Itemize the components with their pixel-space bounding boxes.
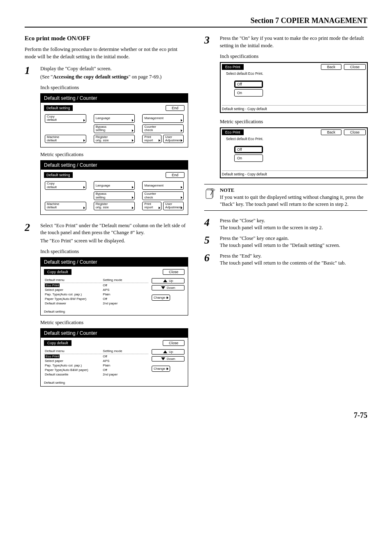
tab-default-setting[interactable]: Default setting <box>44 172 73 178</box>
down-button[interactable]: Down <box>152 356 184 362</box>
close-button[interactable]: Close <box>344 64 366 70</box>
list-item[interactable]: Eco PrintOff <box>44 354 148 359</box>
list-item[interactable]: Paper Type(Auto B&W paper)Off <box>44 368 148 372</box>
bypass-setting-button[interactable]: Bypasssetting <box>94 124 135 133</box>
list-item[interactable]: Default cassette2nd paper <box>44 372 148 377</box>
close-button[interactable]: Close <box>163 269 184 275</box>
tab-eco-print[interactable]: Eco Print <box>222 129 244 135</box>
step4-text2: The touch panel will return to the scree… <box>220 224 367 232</box>
user-adjustment-button[interactable]: UserAdjustment <box>163 202 184 210</box>
counter-check-button[interactable]: Countercheck <box>142 191 184 200</box>
off-option[interactable]: Off <box>234 146 263 153</box>
section-header: Section 7 COPIER MANAGEMENT <box>25 16 367 28</box>
management-button[interactable]: Management <box>142 181 184 190</box>
step-4: 4 Press the "Close" key. The touch panel… <box>204 217 367 232</box>
change-button[interactable]: Change # <box>152 366 170 372</box>
list-item-menu: Pap. Type(Auto col. pap.) <box>45 364 82 367</box>
print-report-button[interactable]: Printreport <box>142 135 161 143</box>
inch-label: Inch specifications <box>220 53 367 60</box>
tab-copy-default[interactable]: Copy default <box>44 269 71 275</box>
list-item-menu: Pap. Type(Auto col. pap.) <box>45 292 82 296</box>
back-button[interactable]: Back <box>321 129 341 135</box>
step-number: 6 <box>204 253 214 267</box>
intro-paragraph: Perform the following procedure to deter… <box>25 46 188 60</box>
metric-label: Metric specifications <box>40 320 188 326</box>
step1-text: Display the "Copy default" screen. <box>40 65 188 73</box>
list-item-mode: Off <box>103 297 148 301</box>
list-item-menu: Paper Type(Auto BW Paper) <box>45 297 86 301</box>
list-item-menu: Default cassette <box>45 373 68 376</box>
register-orig-size-button[interactable]: Registerorig. size <box>94 135 135 143</box>
bypass-setting-button[interactable]: Bypasssetting <box>94 191 135 200</box>
list-item-mode: Off <box>103 283 148 287</box>
step1-ref: (See "Accessing the copy default setting… <box>40 74 188 81</box>
panel-footer: Default setting - Copy default <box>222 170 366 176</box>
step6-text1: Press the "End" key. <box>220 253 367 260</box>
triangle-down-icon <box>161 357 165 360</box>
end-button[interactable]: End <box>166 172 184 178</box>
panel-title: Default setting / Counter <box>41 161 188 170</box>
step2-text1: Select "Eco Print" under the "Default me… <box>40 222 188 237</box>
language-button[interactable]: Language <box>94 181 135 190</box>
step5-text1: Press the "Close" key once again. <box>220 235 367 242</box>
step-5: 5 Press the "Close" key once again. The … <box>204 235 367 249</box>
panel-title: Default setting / Counter <box>41 258 188 267</box>
close-button[interactable]: Close <box>344 129 366 135</box>
triangle-up-icon <box>163 279 167 282</box>
step-number: 5 <box>204 235 214 249</box>
step-number: 1 <box>25 65 35 81</box>
note-box: NOTE If you want to quit the displayed s… <box>204 184 367 211</box>
user-adjustment-button[interactable]: UserAdjustment <box>163 135 184 143</box>
copy-default-panel-inch: Default setting / Counter Copy default C… <box>40 257 188 315</box>
machine-default-button[interactable]: Machinedefault <box>45 202 86 210</box>
on-option[interactable]: On <box>234 154 263 162</box>
inch-label: Inch specifications <box>40 249 188 255</box>
page-number: 7-75 <box>25 411 367 420</box>
counter-check-button[interactable]: Countercheck <box>142 124 184 133</box>
tab-default-setting[interactable]: Default setting <box>44 105 73 111</box>
svg-rect-1 <box>206 190 212 198</box>
copy-default-button[interactable]: Copydefault <box>45 181 86 190</box>
list-item[interactable]: Select paperAPS <box>44 288 148 292</box>
panel-footer: Default setting - Copy default <box>222 105 366 111</box>
step2-text2: The "Eco Print" screen will be displayed… <box>40 237 188 245</box>
management-button[interactable]: Management <box>142 114 184 123</box>
end-button[interactable]: End <box>166 105 184 111</box>
machine-default-button[interactable]: Machinedefault <box>45 135 86 143</box>
tab-copy-default[interactable]: Copy default <box>44 340 71 346</box>
step4-text1: Press the "Close" key. <box>220 217 367 225</box>
metric-label: Metric specifications <box>40 152 188 158</box>
up-button[interactable]: Up <box>152 278 184 283</box>
list-item[interactable]: Eco PrintOff <box>44 283 148 288</box>
back-button[interactable]: Back <box>321 64 341 70</box>
list-item[interactable]: Pap. Type(Auto col. pap.)Plain <box>44 363 148 368</box>
print-report-button[interactable]: Printreport <box>142 202 161 210</box>
eco-print-panel-inch: Eco Print Back Close Select default Eco … <box>220 62 368 113</box>
list-item-menu: Select paper <box>45 288 63 292</box>
register-orig-size-button[interactable]: Registerorig. size <box>94 202 135 210</box>
note-title: NOTE <box>220 187 234 193</box>
off-option[interactable]: Off <box>234 81 263 88</box>
list-item[interactable]: Pap. Type(Auto col. pap.)Plain <box>44 292 148 297</box>
list-item-mode: Plain <box>103 292 148 296</box>
step5-text2: The touch panel will return to the "Defa… <box>220 242 367 249</box>
close-button[interactable]: Close <box>163 340 184 346</box>
step-1: 1 Display the "Copy default" screen. (Se… <box>25 65 188 81</box>
list-item[interactable]: Select paperAPS <box>44 359 148 363</box>
eco-print-message: Select default Eco Print. <box>222 71 366 78</box>
language-button[interactable]: Language <box>94 114 135 123</box>
tab-eco-print[interactable]: Eco Print <box>222 64 244 70</box>
up-button[interactable]: Up <box>152 349 184 355</box>
change-button[interactable]: Change # <box>152 295 170 301</box>
list-item-menu: Select paper <box>45 359 63 363</box>
list-item-mode: 2nd paper <box>103 302 148 305</box>
copy-default-button[interactable]: Copydefault <box>45 114 86 123</box>
list-item-mode: APS <box>103 288 148 292</box>
on-option[interactable]: On <box>234 89 263 97</box>
default-setting-panel-inch: Default setting / Counter Default settin… <box>40 93 188 147</box>
list-item-menu: Eco Print <box>45 355 60 358</box>
list-item[interactable]: Paper Type(Auto BW Paper)Off <box>44 297 148 301</box>
down-button[interactable]: Down <box>152 285 184 290</box>
list-item-mode: Plain <box>103 364 148 367</box>
list-item[interactable]: Default drawer2nd paper <box>44 301 148 306</box>
